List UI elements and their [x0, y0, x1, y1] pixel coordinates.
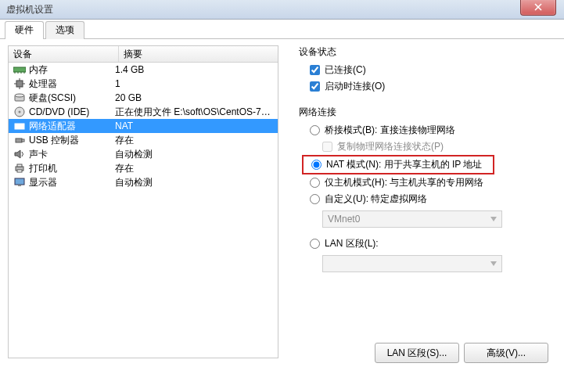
device-row[interactable]: 打印机存在 — [9, 161, 278, 175]
display-icon — [13, 176, 26, 189]
tab-hardware[interactable]: 硬件 — [5, 21, 44, 39]
device-list-header: 设备 摘要 — [9, 46, 278, 63]
device-summary: 存在 — [113, 162, 278, 175]
svg-point-15 — [19, 111, 21, 113]
svg-rect-18 — [20, 126, 22, 129]
tabstrip: 硬件 选项 — [0, 20, 564, 39]
checkbox-label: 已连接(C) — [325, 63, 366, 77]
device-name: USB 控制器 — [29, 134, 113, 147]
radio-hostonly[interactable]: 仅主机模式(H): 与主机共享的专用网络 — [299, 174, 556, 191]
device-row[interactable]: USB 控制器存在 — [9, 133, 278, 147]
device-row[interactable]: 处理器1 — [9, 77, 278, 91]
device-name: 打印机 — [29, 162, 113, 175]
svg-rect-24 — [17, 170, 22, 172]
group-title: 设备状态 — [299, 45, 556, 59]
device-summary: NAT — [113, 120, 278, 131]
device-summary: 存在 — [113, 134, 278, 147]
chevron-down-icon — [489, 259, 498, 268]
network-connection-group: 网络连接 桥接模式(B): 直接连接物理网络 复制物理网络连接状态(P) NAT… — [299, 106, 556, 272]
sound-icon — [13, 148, 26, 160]
device-row[interactable]: 声卡自动检测 — [9, 147, 278, 161]
usb-icon — [13, 134, 26, 146]
radio-lan-segment-input[interactable] — [310, 239, 320, 249]
device-summary: 正在使用文件 E:\soft\OS\CentOS-7… — [113, 106, 278, 119]
radio-lan-segment[interactable]: LAN 区段(L): — [299, 236, 556, 252]
titlebar: 虚拟机设置 — [0, 0, 564, 20]
nat-highlight-box: NAT 模式(N): 用于共享主机的 IP 地址 — [302, 155, 494, 174]
checkbox-replicate-state-input — [322, 142, 332, 152]
radio-nat-input[interactable] — [311, 160, 322, 170]
device-name: 内存 — [29, 63, 113, 77]
radio-label: 桥接模式(B): 直接连接物理网络 — [325, 124, 455, 137]
device-summary: 自动检测 — [113, 148, 278, 161]
device-status-group: 设备状态 已连接(C) 启动时连接(O) — [299, 45, 556, 95]
radio-label: 自定义(U): 特定虚拟网络 — [325, 192, 427, 206]
nic-icon — [13, 120, 26, 132]
svg-point-13 — [15, 94, 24, 97]
device-summary: 1 — [113, 78, 278, 89]
checkbox-label: 启动时连接(O) — [325, 80, 385, 93]
radio-custom[interactable]: 自定义(U): 特定虚拟网络 — [299, 191, 556, 207]
memory-icon — [13, 63, 26, 76]
select-value: VMnet0 — [328, 214, 360, 225]
col-header-summary[interactable]: 摘要 — [119, 46, 278, 62]
lan-segments-button[interactable]: LAN 区段(S)... — [375, 343, 459, 363]
svg-rect-20 — [22, 139, 24, 142]
svg-rect-25 — [15, 178, 24, 185]
cpu-icon — [13, 77, 26, 90]
chevron-down-icon — [489, 214, 498, 224]
radio-custom-input[interactable] — [310, 194, 320, 204]
checkbox-connected[interactable]: 已连接(C) — [299, 62, 556, 78]
device-list[interactable]: 设备 摘要 内存1.4 GB处理器1硬盘(SCSI)20 GBCD/DVD (I… — [8, 45, 278, 358]
close-icon — [534, 3, 542, 11]
tab-label: 选项 — [56, 24, 74, 35]
device-name: 显示器 — [29, 176, 113, 189]
device-summary: 20 GB — [113, 92, 278, 103]
checkbox-label: 复制物理网络连接状态(P) — [337, 140, 444, 153]
device-row[interactable]: 显示器自动检测 — [9, 175, 278, 189]
device-row[interactable]: 网络适配器NAT — [9, 119, 278, 133]
radio-label: NAT 模式(N): 用于共享主机的 IP 地址 — [326, 158, 482, 171]
svg-rect-17 — [17, 126, 19, 129]
button-label: 高级(V)... — [487, 347, 526, 360]
device-summary: 自动检测 — [113, 176, 278, 189]
window-title: 虚拟机设置 — [6, 3, 53, 16]
radio-hostonly-input[interactable] — [310, 178, 320, 188]
advanced-button[interactable]: 高级(V)... — [464, 343, 548, 363]
group-title: 网络连接 — [299, 106, 556, 119]
lan-segment-select — [322, 255, 502, 272]
button-label: LAN 区段(S)... — [387, 347, 447, 360]
content-area: 设备 摘要 内存1.4 GB处理器1硬盘(SCSI)20 GBCD/DVD (I… — [0, 39, 564, 379]
svg-rect-19 — [16, 138, 22, 142]
checkbox-connect-at-poweron-input[interactable] — [310, 81, 320, 92]
close-button[interactable] — [520, 0, 556, 16]
svg-marker-21 — [15, 150, 20, 158]
checkbox-replicate-state: 复制物理网络连接状态(P) — [299, 138, 556, 155]
checkbox-connected-input[interactable] — [310, 65, 320, 75]
cd-icon — [13, 106, 26, 118]
tab-label: 硬件 — [15, 24, 34, 35]
device-summary: 1.4 GB — [113, 64, 278, 75]
device-row[interactable]: CD/DVD (IDE)正在使用文件 E:\soft\OS\CentOS-7… — [9, 105, 278, 119]
tab-options[interactable]: 选项 — [45, 21, 84, 39]
radio-bridged-input[interactable] — [310, 125, 320, 135]
printer-icon — [13, 162, 26, 174]
device-name: 处理器 — [29, 77, 113, 91]
radio-label: LAN 区段(L): — [325, 237, 379, 250]
disk-icon — [13, 92, 26, 104]
device-name: CD/DVD (IDE) — [29, 106, 113, 117]
svg-rect-23 — [17, 164, 22, 167]
device-name: 网络适配器 — [29, 120, 113, 133]
checkbox-connect-at-poweron[interactable]: 启动时连接(O) — [299, 78, 556, 95]
col-header-device[interactable]: 设备 — [9, 46, 119, 62]
device-row[interactable]: 内存1.4 GB — [9, 63, 278, 77]
radio-label: 仅主机模式(H): 与主机共享的专用网络 — [325, 176, 483, 189]
device-name: 硬盘(SCSI) — [29, 92, 113, 105]
svg-rect-26 — [18, 185, 21, 186]
device-row[interactable]: 硬盘(SCSI)20 GB — [9, 91, 278, 105]
svg-rect-7 — [16, 81, 23, 87]
device-name: 声卡 — [29, 148, 113, 161]
custom-network-select: VMnet0 — [322, 210, 502, 228]
button-row: LAN 区段(S)... 高级(V)... — [375, 343, 548, 363]
radio-bridged[interactable]: 桥接模式(B): 直接连接物理网络 — [299, 122, 556, 138]
